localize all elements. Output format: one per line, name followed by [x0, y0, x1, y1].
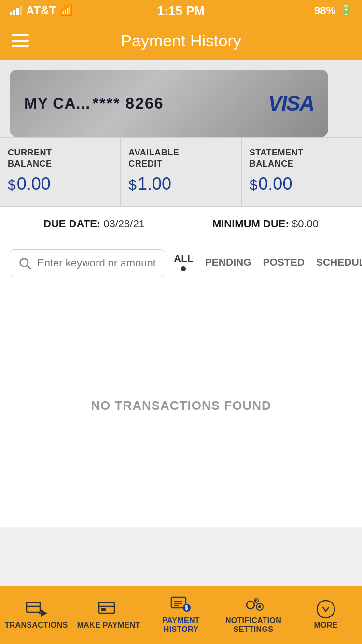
available-credit-amount: $1.00: [128, 174, 233, 194]
payment-history-icon: $: [170, 596, 192, 614]
card-section: MY CA... **** 8266 VISA: [0, 60, 362, 137]
nav-make-payment[interactable]: MAKE PAYMENT: [72, 586, 145, 644]
search-box[interactable]: [10, 249, 164, 277]
wifi-icon: 📶: [60, 4, 73, 17]
credit-card[interactable]: MY CA... **** 8266 VISA: [10, 70, 328, 137]
notification-settings-icon: [243, 596, 264, 614]
available-credit: AVAILABLECREDIT $1.00: [121, 138, 241, 206]
due-date-value: 03/28/21: [103, 218, 145, 230]
bottom-nav: TRANSACTIONS MAKE PAYMENT $ PAYMENT HIST…: [0, 586, 362, 644]
nav-notification-settings[interactable]: NOTIFICATION SETTINGS: [217, 586, 290, 644]
svg-point-15: [247, 601, 254, 609]
statement-balance: STATEMENTBALANCE $0.00: [242, 138, 362, 206]
balance-row: CURRENTBALANCE $0.00 AVAILABLECREDIT $1.…: [0, 137, 362, 207]
nav-transactions[interactable]: TRANSACTIONS: [0, 586, 72, 644]
svg-rect-6: [99, 602, 114, 613]
svg-point-22: [317, 601, 334, 618]
status-right: 98% 🔋: [314, 4, 352, 17]
statement-balance-amount: $0.00: [250, 174, 354, 194]
visa-logo: VISA: [268, 91, 314, 115]
signal-icon: [10, 6, 22, 15]
battery-label: 98%: [314, 4, 335, 17]
make-payment-icon: [98, 601, 119, 618]
due-date-row: DUE DATE: 03/28/21 MINIMUM DUE: $0.00: [0, 207, 362, 241]
search-input[interactable]: [37, 257, 156, 269]
current-balance-amount: $0.00: [8, 174, 112, 194]
card-number: **** 8266: [93, 95, 164, 112]
hamburger-line: [12, 40, 29, 42]
nav-more-label: MORE: [314, 621, 337, 630]
transactions-icon: [26, 601, 47, 618]
search-filter-row: ALL PENDING POSTED SCHEDULED: [0, 241, 362, 285]
status-bar: AT&T 📶 1:15 PM 98% 🔋: [0, 0, 362, 21]
svg-rect-8: [101, 608, 106, 611]
filter-tabs: ALL PENDING POSTED SCHEDULED: [174, 253, 362, 273]
filter-tab-posted[interactable]: POSTED: [263, 256, 305, 270]
svg-point-21: [258, 605, 261, 608]
nav-payment-history-label: PAYMENT HISTORY: [147, 616, 215, 634]
due-date-label: DUE DATE:: [43, 218, 100, 230]
header: Payment History: [0, 21, 362, 60]
empty-message: NO TRANSACTIONS FOUND: [91, 398, 271, 413]
nav-payment-history[interactable]: $ PAYMENT HISTORY: [145, 586, 217, 644]
due-date: DUE DATE: 03/28/21: [43, 218, 145, 230]
carrier-label: AT&T: [26, 4, 56, 17]
nav-transactions-label: TRANSACTIONS: [5, 621, 68, 630]
empty-state: NO TRANSACTIONS FOUND: [0, 285, 362, 527]
svg-rect-2: [27, 602, 40, 612]
menu-button[interactable]: [12, 34, 29, 47]
minimum-due: MINIMUM DUE: $0.00: [212, 218, 319, 230]
time-label: 1:15 PM: [157, 3, 205, 18]
status-left: AT&T 📶: [10, 4, 73, 17]
hamburger-line: [12, 34, 29, 36]
page-title: Payment History: [121, 31, 241, 50]
nav-more[interactable]: MORE: [290, 586, 362, 644]
minimum-due-value: $0.00: [292, 218, 319, 230]
filter-tab-scheduled[interactable]: SCHEDULED: [316, 256, 362, 270]
current-balance: CURRENTBALANCE $0.00: [0, 138, 121, 206]
more-icon: [316, 600, 335, 619]
card-name: MY CA...: [24, 95, 90, 112]
filter-tab-all[interactable]: ALL: [174, 253, 194, 273]
nav-notification-settings-label: NOTIFICATION SETTINGS: [219, 616, 288, 634]
hamburger-line: [12, 45, 29, 47]
current-balance-label: CURRENTBALANCE: [8, 147, 112, 170]
svg-text:$: $: [185, 604, 188, 611]
nav-make-payment-label: MAKE PAYMENT: [77, 621, 140, 630]
battery-icon: 🔋: [339, 4, 352, 17]
filter-tab-pending[interactable]: PENDING: [205, 256, 251, 270]
minimum-due-label: MINIMUM DUE:: [212, 218, 289, 230]
svg-line-1: [27, 266, 30, 268]
available-credit-label: AVAILABLECREDIT: [128, 147, 233, 170]
card-info: MY CA... **** 8266: [24, 95, 164, 112]
search-icon: [18, 256, 31, 270]
statement-balance-label: STATEMENTBALANCE: [250, 147, 354, 170]
